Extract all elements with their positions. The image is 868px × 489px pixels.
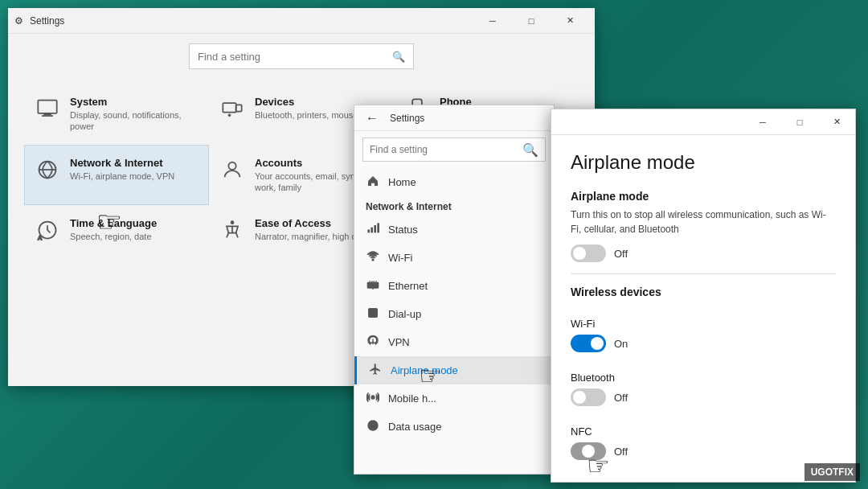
nav-item-vpn[interactable]: VPN: [354, 328, 554, 356]
airplane-mode-content: Airplane mode Airplane mode Turn this on…: [551, 135, 855, 482]
status-nav-icon: [366, 222, 380, 237]
svg-rect-1: [43, 113, 51, 115]
window-title-mid: Settings: [390, 113, 424, 124]
bluetooth-toggle[interactable]: [571, 388, 606, 406]
title-bar-bg: ⚙ Settings ─ □ ✕: [8, 8, 595, 34]
svg-point-9: [228, 162, 235, 169]
nav-label-home: Home: [388, 176, 416, 188]
time-icon: A: [35, 217, 60, 243]
svg-point-22: [372, 259, 374, 261]
svg-rect-18: [367, 229, 370, 232]
svg-point-16: [231, 221, 235, 225]
settings-item-time[interactable]: A Time & Language Speech, region, date: [24, 205, 209, 255]
back-button[interactable]: ←: [361, 109, 383, 127]
ethernet-nav-icon: [366, 278, 380, 294]
search-input-mid[interactable]: [370, 144, 518, 155]
svg-rect-2: [42, 115, 53, 117]
nav-item-mobile[interactable]: Mobile h...: [354, 384, 554, 413]
svg-text:A: A: [38, 235, 42, 240]
nav-section-title: Network & Internet: [354, 196, 554, 216]
airplane-toggle-label: Off: [614, 248, 628, 260]
airplane-nav-icon: [368, 363, 383, 378]
search-bar-mid[interactable]: 🔍: [362, 138, 546, 162]
network-icon: [35, 157, 60, 183]
nav-item-dialup[interactable]: Dial-up: [354, 300, 554, 328]
search-container-bg: 🔍: [8, 34, 595, 76]
svg-rect-19: [371, 228, 373, 233]
close-button-front[interactable]: ✕: [818, 109, 855, 135]
bluetooth-toggle-knob: [573, 391, 586, 404]
wifi-toggle-knob: [591, 337, 604, 350]
network-text: Network & Internet Wi-Fi, airplane mode,…: [70, 157, 174, 182]
airplane-toggle-knob: [573, 247, 586, 260]
nav-item-status[interactable]: Status: [354, 216, 554, 244]
minimize-button-front[interactable]: ─: [744, 109, 781, 135]
airplane-mode-title: Airplane mode: [571, 151, 836, 174]
system-text: System Display, sound, notifications, po…: [70, 96, 199, 133]
mobile-nav-icon: [366, 391, 380, 406]
title-bar-mid: ← Settings: [354, 105, 554, 131]
nfc-toggle-label: Off: [614, 446, 628, 458]
search-icon-bg: 🔍: [392, 51, 405, 63]
title-bar-front: ─ □ ✕: [551, 109, 855, 135]
nfc-toggle[interactable]: [571, 442, 606, 460]
nav-label-ethernet: Ethernet: [388, 280, 428, 292]
nav-label-airplane: Airplane mode: [391, 364, 458, 376]
nav-label-mobile: Mobile h...: [388, 392, 436, 405]
nav-item-datausage[interactable]: Data usage: [354, 413, 554, 441]
search-bar-bg[interactable]: 🔍: [189, 43, 414, 69]
nav-item-home[interactable]: Home: [354, 168, 554, 196]
bluetooth-toggle-label: Off: [614, 392, 628, 404]
devices-text: Devices Bluetooth, printers, mouse...: [255, 96, 366, 121]
title-bar-left: ⚙ Settings: [14, 15, 64, 27]
search-input-bg[interactable]: [198, 51, 387, 63]
airplane-mode-window: ─ □ ✕ Airplane mode Airplane mode Turn t…: [551, 109, 856, 483]
nav-item-ethernet[interactable]: Ethernet: [354, 272, 554, 300]
window-title-bg: Settings: [30, 15, 64, 27]
nav-label-status: Status: [388, 224, 418, 236]
nfc-toggle-knob: [582, 445, 595, 458]
airplane-toggle-row: Off: [571, 244, 836, 262]
network-settings-window: ← Settings 🔍 Home Network & Internet Sta…: [354, 105, 555, 475]
minimize-button-bg[interactable]: ─: [474, 8, 511, 34]
airplane-mode-description: Turn this on to stop all wireless commun…: [571, 208, 836, 236]
nfc-toggle-row: Off: [571, 442, 836, 460]
nav-label-datausage: Data usage: [388, 421, 442, 433]
maximize-button-bg[interactable]: □: [513, 8, 550, 34]
ease-icon: [219, 217, 245, 243]
devices-icon: [219, 96, 245, 121]
wifi-toggle[interactable]: [571, 335, 606, 352]
nav-label-vpn: VPN: [388, 336, 410, 348]
wifi-nav-icon: [366, 250, 380, 265]
close-button-bg[interactable]: ✕: [551, 8, 588, 34]
svg-rect-23: [367, 282, 378, 288]
settings-item-network[interactable]: Network & Internet Wi-Fi, airplane mode,…: [24, 145, 209, 206]
bluetooth-toggle-row: Off: [571, 388, 836, 406]
svg-rect-0: [38, 101, 56, 113]
airplane-mode-toggle[interactable]: [571, 244, 606, 262]
bluetooth-label: Bluetooth: [571, 372, 836, 384]
datausage-nav-icon: [366, 419, 380, 434]
wifi-toggle-label: On: [614, 338, 628, 350]
watermark: UGOTFIX: [805, 463, 860, 481]
airplane-mode-heading: Airplane mode: [571, 190, 836, 203]
time-text: Time & Language Speech, region, date: [70, 217, 157, 242]
home-nav-icon: [366, 175, 380, 190]
vpn-nav-icon: [366, 335, 380, 350]
nfc-label: NFC: [571, 425, 836, 438]
settings-item-system[interactable]: System Display, sound, notifications, po…: [24, 84, 209, 145]
section-divider-1: [571, 273, 836, 274]
nav-item-wifi[interactable]: Wi-Fi: [354, 244, 554, 272]
accounts-icon: [219, 157, 245, 183]
dialup-nav-icon: [366, 306, 380, 322]
nav-label-wifi: Wi-Fi: [388, 252, 412, 264]
wifi-toggle-row: On: [571, 335, 836, 352]
search-icon-mid: 🔍: [522, 142, 538, 158]
svg-rect-3: [223, 103, 235, 113]
svg-point-5: [228, 113, 231, 117]
settings-icon: ⚙: [14, 15, 23, 27]
svg-point-25: [371, 396, 375, 399]
system-icon: [35, 96, 60, 121]
maximize-button-front[interactable]: □: [781, 109, 818, 135]
nav-item-airplane[interactable]: Airplane mode: [354, 356, 554, 384]
